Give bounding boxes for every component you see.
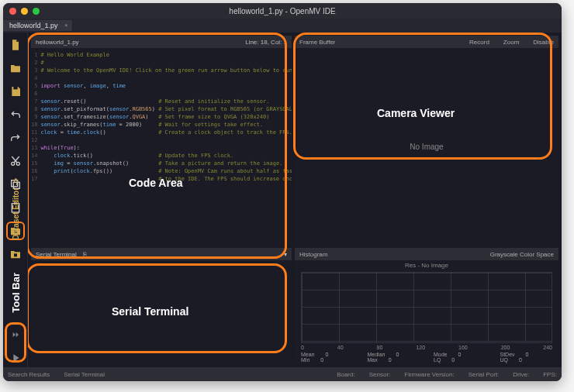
record-button[interactable]: Record (469, 39, 489, 46)
histogram-stat: Max0 (368, 357, 420, 363)
annotation-toolbar-label: Tool Bar (10, 273, 22, 313)
connect-button[interactable] (6, 325, 25, 344)
file-tab-label: helloworld_1.py (9, 22, 58, 29)
histogram-stat: Min0 (301, 357, 354, 363)
new-file-icon (9, 39, 22, 51)
histogram-resolution: Res - No Image (295, 260, 558, 270)
serial-terminal-header: Serial Terminal ⎘ ▾ (31, 248, 292, 260)
window-title: helloworld_1.py - OpenMV IDE (229, 7, 335, 15)
code-lines[interactable]: # Hello World Example # # Welcome to the… (40, 51, 292, 242)
no-image-label: No Image (410, 143, 443, 151)
serial-collapse-icon[interactable]: ▾ (284, 251, 287, 258)
redo-button[interactable] (6, 129, 25, 147)
histogram-stat: StDev0 (500, 352, 553, 357)
code-editor-panel: helloworld_1.py Line: 18, Col: 1 1 2 3 4… (31, 36, 292, 245)
frame-buffer-label: Frame Buffer (299, 39, 336, 46)
cursor-position: Line: 18, Col: 1 (245, 39, 287, 46)
open-folder-button[interactable] (6, 59, 25, 77)
histogram-stat: Median0 (368, 352, 420, 357)
serial-link-icon[interactable]: ⎘ (83, 251, 87, 258)
frame-buffer-view: No Image (295, 48, 558, 245)
file-tab[interactable]: helloworld_1.py × (3, 20, 73, 31)
serial-terminal-panel: Serial Terminal ⎘ ▾ (31, 248, 292, 364)
histogram-header: Histogram Grayscale Color Space (295, 248, 558, 260)
serial-terminal-label: Serial Terminal (36, 251, 77, 258)
maximize-icon[interactable] (33, 8, 40, 15)
serial-terminal-output[interactable] (31, 260, 292, 364)
undo-button[interactable] (6, 105, 25, 124)
frame-buffer-header: Frame Buffer Record Zoom Disable (295, 36, 558, 48)
file-tabbar: helloworld_1.py × (3, 19, 562, 33)
status-serial-terminal[interactable]: Serial Terminal (64, 371, 105, 378)
save-icon (9, 85, 22, 98)
status-fps: FPS: (543, 371, 557, 378)
status-port: Serial Port: (469, 371, 500, 378)
dataset-folder-icon-2 (9, 248, 22, 260)
disable-button[interactable]: Disable (533, 39, 554, 46)
code-editor[interactable]: 1 2 3 4 5 6 7 8 9 10 11 12 13 14 15 16 1… (31, 48, 292, 245)
close-icon[interactable] (9, 8, 16, 15)
histogram-plot (301, 272, 552, 343)
minimize-icon[interactable] (21, 8, 28, 15)
main-body: helloworld_1.py Line: 18, Col: 1 1 2 3 4… (3, 33, 562, 367)
cut-icon (9, 155, 22, 167)
save-button[interactable] (6, 82, 25, 101)
histogram-tick: 200 (501, 345, 510, 350)
status-drive: Drive: (513, 371, 529, 378)
editor-tab-label: helloworld_1.py (36, 39, 79, 46)
redo-icon (9, 132, 22, 144)
svg-rect-8 (14, 253, 17, 256)
status-fw: Firmware Version: (404, 371, 454, 378)
run-icon (9, 352, 22, 364)
window-controls (9, 8, 40, 15)
histogram-stat: UQ0 (500, 357, 553, 363)
open-folder-icon (9, 62, 22, 74)
histogram-tick: 80 (377, 345, 383, 350)
histogram-tick: 160 (458, 345, 468, 350)
histogram-stat: Mean0 (301, 352, 354, 357)
ide-window: helloworld_1.py - OpenMV IDE helloworld_… (3, 3, 562, 381)
histogram-stats: Mean0Median0Mode0StDev0 Min0Max0LQ0UQ0 (295, 350, 558, 364)
annotation-dataset-label: Dataset Editor -> (12, 178, 20, 240)
statusbar: Search Results Serial Terminal Board: Se… (3, 367, 562, 381)
histogram-label: Histogram (299, 251, 327, 258)
line-gutter: 1 2 3 4 5 6 7 8 9 10 11 12 13 14 15 16 1… (31, 51, 40, 242)
titlebar: helloworld_1.py - OpenMV IDE (3, 3, 562, 19)
histogram-tick: 0 (301, 345, 304, 350)
editor-header: helloworld_1.py Line: 18, Col: 1 (31, 36, 292, 48)
run-button[interactable] (6, 349, 25, 367)
histogram-x-axis: 04080120160200240 (295, 345, 558, 350)
histogram-tick: 40 (337, 345, 344, 350)
svg-rect-0 (13, 87, 17, 89)
connect-icon (9, 328, 22, 341)
status-sensor: Sensor: (369, 371, 391, 378)
histogram-tick: 240 (543, 345, 552, 350)
undo-icon (9, 108, 22, 121)
histogram-panel: Histogram Grayscale Color Space Res - No… (295, 248, 558, 364)
histogram-stat: Mode0 (434, 352, 486, 357)
frame-buffer-panel: Frame Buffer Record Zoom Disable No Imag… (295, 36, 558, 245)
zoom-button[interactable]: Zoom (503, 39, 519, 46)
new-file-button[interactable] (6, 36, 25, 54)
close-tab-icon[interactable]: × (64, 22, 68, 29)
dataset-editor-button-2[interactable] (6, 245, 25, 263)
cut-button[interactable] (6, 152, 25, 170)
histogram-tick: 120 (416, 345, 425, 350)
status-board: Board: (337, 371, 355, 378)
colorspace-select[interactable]: Grayscale Color Space (490, 251, 554, 258)
histogram-stat: LQ0 (434, 357, 486, 363)
content-area: helloworld_1.py Line: 18, Col: 1 1 2 3 4… (28, 33, 562, 367)
status-search-results[interactable]: Search Results (8, 371, 50, 378)
